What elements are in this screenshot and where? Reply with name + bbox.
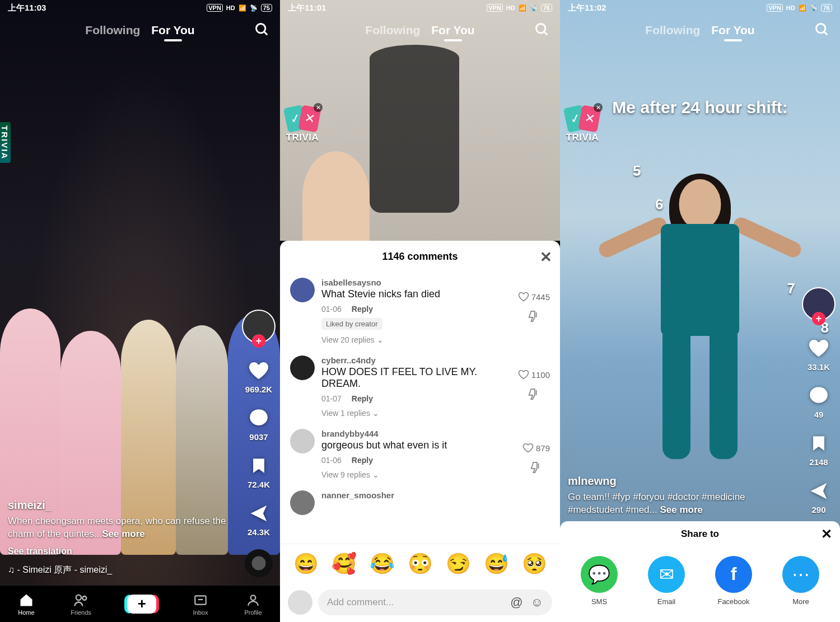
comment-like-button[interactable]: 1100 xyxy=(518,369,550,380)
commenter-username[interactable]: isabellesaysno xyxy=(321,278,511,287)
status-time: 上午11:01 xyxy=(288,3,326,13)
nav-post[interactable]: + xyxy=(127,595,156,614)
view-replies[interactable]: View 1 replies ⌄ xyxy=(321,409,511,418)
trivia-badge[interactable]: ✓✕ ✕ TRIVIA xyxy=(566,106,599,143)
commenter-avatar[interactable] xyxy=(290,278,315,302)
comment-placeholder: Add comment... xyxy=(327,597,394,608)
commenter-avatar[interactable] xyxy=(290,356,315,380)
react-emoji[interactable]: 😳 xyxy=(408,552,433,576)
save-button[interactable]: 2148 xyxy=(807,432,830,467)
tab-foryou[interactable]: For You xyxy=(706,24,760,37)
like-button[interactable]: 969.2K xyxy=(245,359,272,394)
svg-line-8 xyxy=(544,32,548,35)
comments-button[interactable]: 9037 xyxy=(247,406,270,442)
like-button[interactable]: 33.1K xyxy=(807,336,830,372)
share-button[interactable]: 24.3K xyxy=(247,502,270,537)
commenter-username[interactable]: cyberr..c4ndy xyxy=(321,356,511,365)
share-more[interactable]: ⋯ More xyxy=(782,556,819,606)
hd-icon: HD xyxy=(226,4,235,11)
save-count: 72.4K xyxy=(248,480,270,489)
close-icon[interactable]: ✕ xyxy=(821,526,832,542)
react-emoji[interactable]: 😏 xyxy=(446,552,471,576)
reply-button[interactable]: Reply xyxy=(352,394,373,403)
signal-icon: 📶 xyxy=(519,4,526,12)
mention-icon[interactable]: @ xyxy=(510,595,522,610)
creator-username[interactable]: mlnewng xyxy=(568,475,784,488)
nav-inbox[interactable]: Inbox xyxy=(193,592,208,616)
see-more[interactable]: See more xyxy=(660,504,703,515)
creator-avatar[interactable]: + xyxy=(802,287,836,321)
react-emoji[interactable]: 😅 xyxy=(484,552,509,576)
trivia-badge[interactable]: ✓✕ ✕ TRIVIA xyxy=(286,106,319,143)
reply-button[interactable]: Reply xyxy=(352,456,373,465)
react-emoji[interactable]: 🥺 xyxy=(522,552,547,576)
see-more[interactable]: See more xyxy=(102,529,145,539)
trivia-badge[interactable]: TRIVIA xyxy=(0,122,11,163)
share-email[interactable]: ✉ Email xyxy=(648,556,685,606)
commenter-username[interactable]: brandybby444 xyxy=(321,429,516,438)
overlay-number: 5 xyxy=(633,162,641,180)
share-sms[interactable]: 💬 SMS xyxy=(581,556,618,606)
comment-count: 9037 xyxy=(249,432,268,442)
comment-like-button[interactable]: 7445 xyxy=(518,291,550,302)
svg-point-11 xyxy=(810,387,828,403)
friends-icon xyxy=(73,592,89,608)
battery-icon: 75 xyxy=(261,4,272,12)
sound-label[interactable]: ♫ - Simeizi 原声 - simeizi_ xyxy=(8,564,230,576)
save-button[interactable]: 72.4K xyxy=(247,454,270,489)
nav-home[interactable]: Home xyxy=(18,592,34,616)
nav-profile[interactable]: Profile xyxy=(244,592,262,616)
action-rail: + 969.2K 9037 72.4K 24.3K xyxy=(242,310,276,577)
close-icon[interactable]: ✕ xyxy=(314,103,323,112)
sound-disc[interactable] xyxy=(245,549,273,577)
comment-like-button[interactable]: 879 xyxy=(522,442,550,453)
comment-input[interactable]: Add comment... @ ☺ xyxy=(318,590,552,615)
close-icon[interactable]: ✕ xyxy=(540,249,552,266)
commenter-avatar[interactable] xyxy=(290,490,315,515)
react-emoji[interactable]: 😄 xyxy=(293,552,319,576)
feed-tabs: Following For You xyxy=(280,24,560,37)
caption-text[interactable]: Go team!! #fyp #foryou #doctor #medicine… xyxy=(568,491,784,517)
comment-item: nanner_smoosher xyxy=(290,485,550,521)
view-replies[interactable]: View 9 replies ⌄ xyxy=(321,470,516,479)
share-facebook[interactable]: f Facebook xyxy=(715,556,752,606)
liked-by-creator-badge: Liked by creator xyxy=(321,318,382,330)
tab-following[interactable]: Following xyxy=(80,24,146,37)
caption-text[interactable]: When cheongsam meets opera, who can refu… xyxy=(8,515,230,541)
creator-username[interactable]: simeizi_ xyxy=(8,499,230,512)
dislike-icon[interactable] xyxy=(528,310,540,322)
vpn-icon: VPN xyxy=(207,4,223,12)
see-translation[interactable]: See translation xyxy=(8,546,230,556)
email-icon: ✉ xyxy=(648,556,685,593)
close-icon[interactable]: ✕ xyxy=(594,103,603,112)
tab-following[interactable]: Following xyxy=(360,24,426,37)
search-icon[interactable] xyxy=(814,22,830,38)
search-icon[interactable] xyxy=(254,22,270,38)
comments-button[interactable]: 49 xyxy=(807,384,830,419)
tab-foryou[interactable]: For You xyxy=(426,24,480,37)
self-avatar[interactable] xyxy=(288,590,312,615)
comments-list[interactable]: isabellesaysno What Stevie nicks fan die… xyxy=(280,272,560,544)
comment-date: 01-06 xyxy=(321,305,342,314)
search-icon[interactable] xyxy=(534,22,550,38)
dislike-icon[interactable] xyxy=(530,461,542,474)
dislike-icon[interactable] xyxy=(528,388,540,400)
reply-button[interactable]: Reply xyxy=(352,305,373,314)
tab-following[interactable]: Following xyxy=(640,24,706,37)
react-emoji[interactable]: 🥰 xyxy=(332,552,357,576)
react-emoji[interactable]: 😂 xyxy=(370,552,395,576)
view-replies[interactable]: View 20 replies ⌄ xyxy=(321,335,511,344)
follow-button[interactable]: + xyxy=(812,312,825,325)
share-button[interactable]: 290 xyxy=(807,479,830,515)
svg-point-9 xyxy=(816,24,825,33)
svg-point-0 xyxy=(256,24,265,33)
comment-text: gorgeous but what even is it xyxy=(321,439,516,451)
nav-friends[interactable]: Friends xyxy=(71,592,91,616)
commenter-avatar[interactable] xyxy=(290,429,315,453)
creator-avatar[interactable]: + xyxy=(242,310,276,343)
tab-foryou[interactable]: For You xyxy=(146,24,200,37)
emoji-icon[interactable]: ☺ xyxy=(531,595,543,610)
follow-button[interactable]: + xyxy=(252,334,265,348)
comment-text: HOW DOES IT FEEL TO LIVE MY. DREAM. xyxy=(321,366,511,390)
commenter-username[interactable]: nanner_smoosher xyxy=(321,490,550,500)
